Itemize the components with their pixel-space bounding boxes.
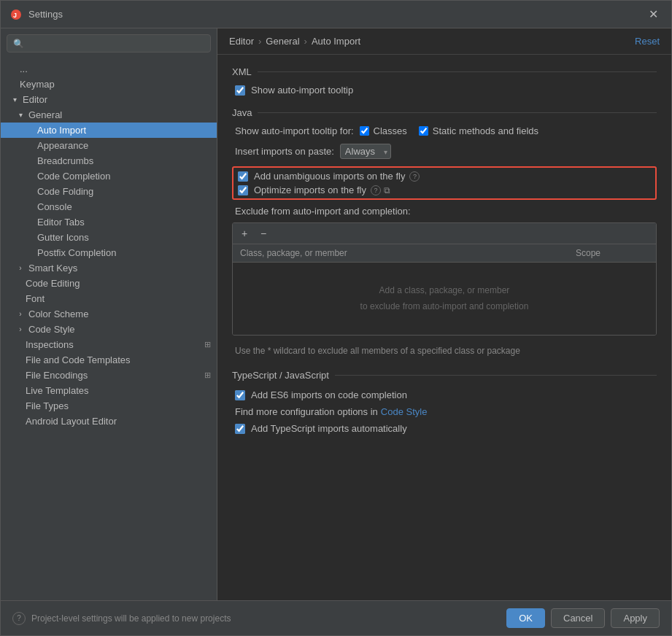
classes-row: Classes Static methods and fields	[360, 125, 539, 136]
sidebar-item-code-completion[interactable]: Code Completion	[1, 168, 217, 184]
ts-section: TypeScript / JavaScript Add ES6 imports …	[232, 370, 657, 434]
static-methods-checkbox[interactable]	[419, 126, 428, 136]
ok-button[interactable]: OK	[506, 608, 545, 628]
sidebar-item-live-templates[interactable]: Live Templates	[1, 383, 217, 398]
reset-button[interactable]: Reset	[635, 36, 660, 47]
optimize-imports-checkbox[interactable]	[238, 185, 248, 195]
xml-section-header: XML	[232, 66, 657, 77]
sidebar-item-label: Editor Tabs	[37, 217, 85, 228]
sidebar-item-label: Code Style	[28, 324, 75, 335]
add-unambiguous-label: Add unambiguous imports on the fly	[254, 171, 405, 182]
sidebar-item-ellipsis[interactable]: ...	[1, 61, 217, 77]
sidebar-item-label: Code Completion	[37, 171, 110, 182]
sidebar-item-code-editing[interactable]: Code Editing	[1, 276, 217, 291]
sidebar-item-code-folding[interactable]: Code Folding	[1, 184, 217, 199]
sidebar-item-label: Breadcrumbs	[37, 155, 93, 166]
show-autoimport-tooltip-xml-label: Show auto-import tooltip	[251, 85, 353, 96]
sidebar-item-gutter-icons[interactable]: Gutter Icons	[1, 230, 217, 245]
add-ts-label: Add TypeScript imports automatically	[251, 423, 407, 434]
sidebar-item-label: Live Templates	[26, 385, 88, 396]
sidebar-item-android-layout-editor[interactable]: Android Layout Editor	[1, 414, 217, 429]
sidebar-item-badge: ⊞	[204, 371, 211, 380]
link-icon-optimize[interactable]: ⧉	[384, 185, 390, 195]
xml-label: XML	[232, 66, 252, 77]
bottom-note-text: Project-level settings will be applied t…	[31, 613, 231, 624]
svg-text:J: J	[13, 12, 17, 19]
classes-checkbox[interactable]	[360, 126, 369, 136]
apply-button[interactable]: Apply	[611, 608, 660, 628]
sidebar-item-label: Inspections	[26, 339, 74, 350]
java-section-header: Java	[232, 107, 657, 118]
xml-divider	[258, 71, 657, 72]
sidebar-item-file-encodings[interactable]: File Encodings⊞	[1, 368, 217, 383]
bottom-note: ? Project-level settings will be applied…	[12, 612, 506, 625]
sidebar-item-inspections[interactable]: Inspections⊞	[1, 337, 217, 352]
arrow-icon: ›	[15, 325, 26, 335]
java-section: Java Show auto-import tooltip for: Class…	[232, 107, 657, 358]
search-box[interactable]: 🔍	[7, 34, 211, 53]
show-autoimport-tooltip-row: Show auto-import tooltip	[232, 85, 657, 96]
classes-label: Classes	[374, 125, 407, 136]
sidebar-item-color-scheme[interactable]: ›Color Scheme	[1, 306, 217, 322]
sidebar-item-auto-import[interactable]: Auto Import	[1, 123, 217, 138]
sidebar-item-postfix-completion[interactable]: Postfix Completion	[1, 245, 217, 260]
breadcrumb-sep-1: ›	[258, 36, 261, 47]
ts-label: TypeScript / JavaScript	[232, 370, 329, 381]
optimize-imports-row: Optimize imports on the fly ? ⧉	[235, 185, 654, 195]
empty-line1: Add a class, package, or member	[379, 285, 510, 295]
sidebar-item-label: Appearance	[37, 140, 88, 151]
breadcrumb-editor: Editor	[229, 36, 254, 47]
sidebar-item-label: Console	[37, 201, 72, 212]
search-input[interactable]	[27, 38, 204, 49]
exclude-table: + − Class, package, or member Scope Add …	[232, 222, 657, 336]
sidebar-item-editor[interactable]: ▾Editor	[1, 92, 217, 107]
show-tooltip-for-row: Show auto-import tooltip for: Classes St…	[232, 125, 657, 136]
sidebar-item-smart-keys[interactable]: ›Smart Keys	[1, 260, 217, 276]
help-icon-unambiguous[interactable]: ?	[409, 171, 420, 182]
show-tooltip-for-label: Show auto-import tooltip for:	[235, 125, 354, 136]
sidebar-item-font[interactable]: Font	[1, 291, 217, 306]
add-es6-checkbox[interactable]	[235, 390, 245, 400]
sidebar-item-file-code-templates[interactable]: File and Code Templates	[1, 352, 217, 368]
sidebar-item-file-types[interactable]: File Types	[1, 398, 217, 414]
arrow-icon: ▾	[9, 95, 20, 105]
empty-line2: to exclude from auto-import and completi…	[360, 301, 529, 311]
breadcrumb-sep-2: ›	[304, 36, 307, 47]
sidebar-item-keymap[interactable]: Keymap	[1, 77, 217, 92]
breadcrumb-general: General	[266, 36, 299, 47]
col-class-package: Class, package, or member	[240, 248, 576, 258]
sidebar-item-code-style[interactable]: ›Code Style	[1, 322, 217, 337]
ts-section-header: TypeScript / JavaScript	[232, 370, 657, 381]
breadcrumb-auto-import: Auto Import	[312, 36, 360, 47]
show-autoimport-tooltip-xml-checkbox[interactable]	[235, 85, 245, 96]
sidebar-item-console[interactable]: Console	[1, 199, 217, 214]
sidebar-item-general[interactable]: ▾General	[1, 107, 217, 123]
sidebar-item-label: Color Scheme	[28, 309, 88, 319]
help-icon-optimize[interactable]: ?	[371, 185, 381, 195]
add-exclude-button[interactable]: +	[237, 226, 252, 241]
exclude-table-header: Class, package, or member Scope	[233, 244, 656, 263]
breadcrumb-bar: Editor › General › Auto Import Reset	[217, 28, 671, 55]
bottom-bar: ? Project-level settings will be applied…	[1, 600, 671, 635]
exclude-label: Exclude from auto-import and completion:	[235, 206, 411, 217]
find-more-row: Find more configuration options in Code …	[232, 406, 657, 417]
add-ts-checkbox[interactable]	[235, 424, 245, 434]
search-icon: 🔍	[13, 39, 24, 49]
sidebar: 🔍 ...Keymap▾Editor▾GeneralAuto ImportApp…	[1, 28, 217, 600]
sidebar-item-label: Smart Keys	[28, 263, 77, 274]
insert-imports-dropdown[interactable]: Always Ask Never	[340, 144, 391, 159]
arrow-icon: ›	[15, 309, 26, 319]
add-unambiguous-checkbox[interactable]	[238, 171, 248, 182]
add-es6-row: Add ES6 imports on code completion	[232, 389, 657, 400]
cancel-button[interactable]: Cancel	[551, 608, 605, 628]
info-icon[interactable]: ?	[12, 612, 26, 625]
close-button[interactable]: ✕	[644, 6, 663, 23]
sidebar-item-editor-tabs[interactable]: Editor Tabs	[1, 214, 217, 230]
sidebar-item-breadcrumbs[interactable]: Breadcrumbs	[1, 153, 217, 168]
sidebar-item-label: Keymap	[20, 79, 55, 90]
arrow-icon: ›	[15, 263, 26, 274]
sidebar-item-appearance[interactable]: Appearance	[1, 138, 217, 153]
find-more-link[interactable]: Code Style	[381, 406, 428, 417]
remove-exclude-button[interactable]: −	[256, 226, 271, 241]
sidebar-item-label: Auto Import	[37, 125, 86, 136]
